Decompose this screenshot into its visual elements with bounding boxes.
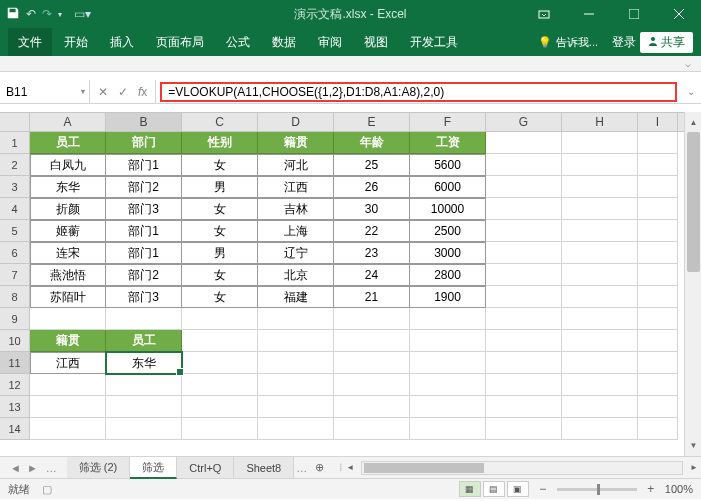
cell[interactable]: 21 — [334, 286, 410, 308]
cell[interactable] — [638, 418, 678, 440]
undo-icon[interactable]: ↶ — [26, 7, 36, 21]
cell[interactable] — [638, 396, 678, 418]
scroll-down-icon[interactable]: ▼ — [685, 437, 701, 454]
cell[interactable] — [182, 330, 258, 352]
cell[interactable] — [182, 418, 258, 440]
cell[interactable] — [334, 308, 410, 330]
formula-input[interactable]: =VLOOKUP(A11,CHOOSE({1,2},D1:D8,A1:A8),2… — [160, 82, 677, 102]
formula-cancel-icon[interactable]: ✕ — [98, 85, 108, 99]
cell[interactable] — [562, 374, 638, 396]
cell[interactable] — [182, 396, 258, 418]
cell[interactable]: 连宋 — [30, 242, 106, 264]
cell[interactable]: 福建 — [258, 286, 334, 308]
view-layout-button[interactable]: ▤ — [483, 481, 505, 497]
cell[interactable] — [638, 198, 678, 220]
cell[interactable] — [486, 308, 562, 330]
cell[interactable] — [410, 396, 486, 418]
ribbon-collapse[interactable]: ⌵ — [0, 56, 701, 72]
table-header-cell[interactable]: 籍贯 — [30, 330, 106, 352]
cell[interactable]: 24 — [334, 264, 410, 286]
cell[interactable] — [638, 330, 678, 352]
cell[interactable]: 10000 — [410, 198, 486, 220]
row-header[interactable]: 5 — [0, 220, 30, 242]
cell[interactable] — [486, 220, 562, 242]
cell[interactable] — [410, 418, 486, 440]
cell[interactable] — [486, 176, 562, 198]
cell[interactable]: 白凤九 — [30, 154, 106, 176]
cell[interactable]: 6000 — [410, 176, 486, 198]
zoom-out-button[interactable]: − — [537, 482, 549, 496]
cell[interactable]: 部门1 — [106, 242, 182, 264]
tab-nav-more-icon[interactable]: … — [46, 462, 57, 474]
cell[interactable] — [638, 154, 678, 176]
cell[interactable]: 女 — [182, 220, 258, 242]
cell[interactable]: 折颜 — [30, 198, 106, 220]
col-header[interactable]: E — [334, 113, 410, 131]
cell[interactable] — [106, 418, 182, 440]
cell[interactable]: 23 — [334, 242, 410, 264]
col-header[interactable]: D — [258, 113, 334, 131]
row-header[interactable]: 10 — [0, 330, 30, 352]
cell[interactable]: 部门3 — [106, 198, 182, 220]
cell[interactable]: 东华 — [106, 352, 182, 374]
close-button[interactable] — [656, 0, 701, 28]
cell[interactable] — [106, 374, 182, 396]
cell[interactable] — [638, 308, 678, 330]
qat-dropdown-icon[interactable]: ▾ — [58, 10, 62, 19]
tab-data[interactable]: 数据 — [262, 28, 306, 56]
cell[interactable]: 吉林 — [258, 198, 334, 220]
sheet-overflow-icon[interactable]: … — [296, 462, 307, 474]
minimize-button[interactable] — [566, 0, 611, 28]
cell[interactable]: 1900 — [410, 286, 486, 308]
cell[interactable]: 部门1 — [106, 220, 182, 242]
row-header[interactable]: 9 — [0, 308, 30, 330]
cell[interactable]: 女 — [182, 154, 258, 176]
cell[interactable]: 3000 — [410, 242, 486, 264]
zoom-in-button[interactable]: + — [645, 482, 657, 496]
row-header[interactable]: 7 — [0, 264, 30, 286]
table-header-cell[interactable]: 籍贯 — [258, 132, 334, 154]
table-header-cell[interactable]: 工资 — [410, 132, 486, 154]
cell[interactable]: 女 — [182, 286, 258, 308]
macro-record-icon[interactable]: ▢ — [42, 483, 52, 496]
select-all-corner[interactable] — [0, 113, 30, 131]
table-header-cell[interactable]: 性别 — [182, 132, 258, 154]
horizontal-scrollbar[interactable] — [361, 461, 683, 475]
row-header[interactable]: 13 — [0, 396, 30, 418]
cell[interactable] — [486, 154, 562, 176]
col-header[interactable]: H — [562, 113, 638, 131]
cell[interactable]: 河北 — [258, 154, 334, 176]
cell[interactable] — [30, 374, 106, 396]
cell[interactable]: 30 — [334, 198, 410, 220]
cell[interactable] — [638, 242, 678, 264]
tab-insert[interactable]: 插入 — [100, 28, 144, 56]
save-icon[interactable] — [6, 6, 20, 23]
cell[interactable] — [486, 330, 562, 352]
table-header-cell[interactable]: 年龄 — [334, 132, 410, 154]
row-header[interactable]: 14 — [0, 418, 30, 440]
zoom-level[interactable]: 100% — [665, 483, 693, 495]
cell[interactable] — [562, 396, 638, 418]
col-header[interactable]: I — [638, 113, 678, 131]
cell[interactable]: 2500 — [410, 220, 486, 242]
cell[interactable] — [410, 330, 486, 352]
tell-me-icon[interactable]: 💡 — [538, 36, 552, 49]
add-sheet-button[interactable]: ⊕ — [307, 461, 331, 474]
col-header[interactable]: G — [486, 113, 562, 131]
cell[interactable] — [638, 176, 678, 198]
cell[interactable]: 25 — [334, 154, 410, 176]
view-normal-button[interactable]: ▦ — [459, 481, 481, 497]
touch-mode-icon[interactable]: ▭▾ — [74, 7, 91, 21]
cell[interactable]: 东华 — [30, 176, 106, 198]
cell[interactable] — [638, 132, 678, 154]
cell[interactable]: 燕池悟 — [30, 264, 106, 286]
cell[interactable] — [562, 352, 638, 374]
hscroll-thumb[interactable] — [364, 463, 484, 473]
cell[interactable] — [486, 286, 562, 308]
cell[interactable]: 22 — [334, 220, 410, 242]
cell[interactable] — [486, 242, 562, 264]
cell[interactable]: 姬蘅 — [30, 220, 106, 242]
cell[interactable] — [30, 308, 106, 330]
cell[interactable] — [182, 308, 258, 330]
table-header-cell[interactable]: 员工 — [106, 330, 182, 352]
